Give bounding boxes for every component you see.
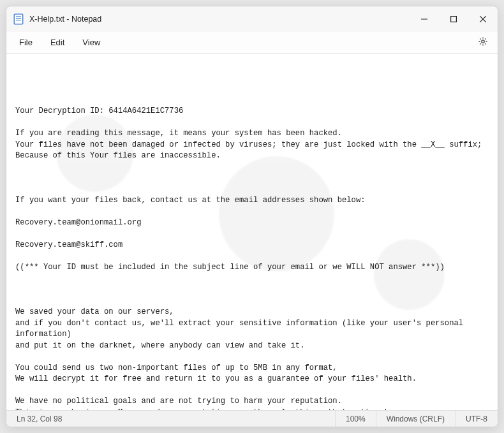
titlebar[interactable]: X-Help.txt - Notepad [6, 6, 498, 32]
text-line: and put it on the darknet, where anybody… [15, 341, 489, 352]
gear-icon [478, 36, 488, 49]
text-line: Because of this Your files are inaccessi… [15, 150, 489, 162]
text-line [15, 207, 489, 218]
status-zoom[interactable]: 100% [335, 411, 376, 427]
menu-view[interactable]: View [73, 34, 109, 51]
svg-point-8 [482, 40, 484, 42]
svg-rect-0 [14, 14, 23, 24]
menubar: File Edit View [6, 32, 498, 54]
text-line: ((*** Your ID must be included in the su… [15, 262, 489, 274]
window-title: X-Help.txt - Notepad [29, 15, 101, 24]
svg-rect-5 [451, 17, 457, 22]
text-line [15, 296, 489, 307]
text-line [15, 173, 489, 184]
statusbar: Ln 32, Col 98 100% Windows (CRLF) UTF-8 [6, 410, 498, 427]
text-line [15, 385, 489, 397]
text-line [15, 229, 489, 240]
text-line [15, 117, 489, 129]
notepad-window: X-Help.txt - Notepad File Edit View [6, 6, 498, 427]
text-line: Your files have not been damaged or infe… [15, 140, 489, 151]
menu-edit[interactable]: Edit [41, 34, 73, 51]
text-line: Your Decryption ID: 6414A6421E1C7736 [15, 106, 489, 117]
text-editor[interactable]: Your Decryption ID: 6414A6421E1C7736If y… [6, 54, 498, 410]
text-line: and if you don't contact us, we'll extra… [15, 318, 489, 341]
text-line: You could send us two non-important file… [15, 363, 489, 374]
text-line [15, 274, 489, 285]
text-line [15, 95, 489, 106]
text-line [15, 351, 489, 363]
text-line [15, 184, 489, 196]
svg-rect-4 [421, 19, 427, 20]
close-button[interactable] [468, 6, 498, 32]
text-line [15, 251, 489, 263]
text-line: Recovery.team@skiff.com [15, 240, 489, 251]
text-line: Recovery.team@onionmail.org [15, 217, 489, 229]
menu-file[interactable]: File [10, 34, 41, 51]
status-line-ending: Windows (CRLF) [376, 411, 455, 427]
text-line: We saved your data on our servers, [15, 307, 489, 318]
maximize-button[interactable] [439, 6, 468, 32]
settings-button[interactable] [472, 34, 494, 52]
text-line: This is our business. Money and our repu… [15, 407, 489, 411]
text-line: If you are reading this message, it mean… [15, 128, 489, 140]
status-encoding: UTF-8 [455, 411, 498, 427]
notepad-icon [13, 13, 24, 25]
status-cursor-position: Ln 32, Col 98 [6, 411, 72, 427]
text-line: We will decrypt it for free and return i… [15, 374, 489, 385]
window-controls [410, 6, 498, 32]
minimize-button[interactable] [410, 6, 439, 32]
text-line: If you want your files back, contact us … [15, 195, 489, 207]
text-line: We have no political goals and are not t… [15, 396, 489, 407]
text-line [15, 284, 489, 296]
text-line [15, 162, 489, 173]
